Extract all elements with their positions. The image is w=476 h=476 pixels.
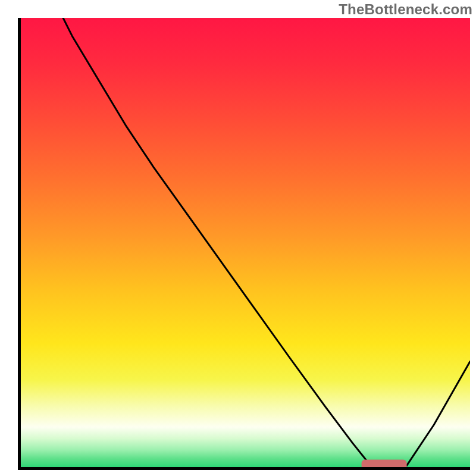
watermark-text: TheBottleneck.com — [339, 1, 472, 18]
optimal-range-marker — [362, 460, 407, 470]
chart-plot-area — [18, 18, 470, 470]
gradient-background — [18, 18, 470, 470]
chart-svg — [18, 18, 470, 470]
